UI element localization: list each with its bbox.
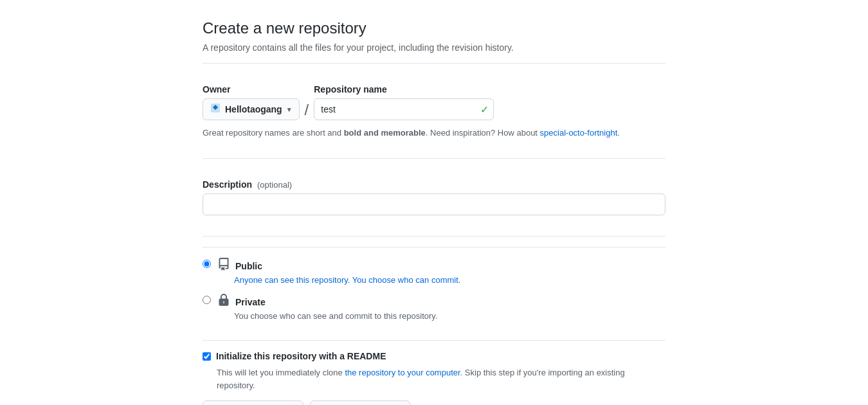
owner-avatar-icon	[210, 102, 221, 116]
description-optional-label: (optional)	[257, 180, 292, 190]
public-radio[interactable]	[203, 260, 211, 268]
page-title: Create a new repository	[203, 19, 665, 37]
private-repo-icon	[217, 294, 230, 310]
repo-name-input[interactable]	[314, 98, 494, 120]
owner-name: Hellotaogang	[225, 104, 282, 114]
public-label: Public	[235, 261, 262, 271]
private-radio-content: Private You choose who can see and commi…	[217, 294, 438, 321]
owner-label: Owner	[203, 84, 300, 94]
private-description: You choose who can see and commit to thi…	[234, 311, 438, 321]
check-icon: ✓	[480, 104, 489, 116]
public-option: Public Anyone can see this repository. Y…	[203, 258, 665, 285]
gitignore-dropdown[interactable]: Add .gitignore: None ▼	[203, 401, 303, 405]
public-radio-content: Public Anyone can see this repository. Y…	[217, 258, 460, 285]
init-checkbox-row: Initialize this repository with a README	[203, 351, 665, 361]
license-dropdown[interactable]: Add a license: None ▼	[310, 401, 410, 405]
section-divider-visibility	[203, 236, 665, 237]
repo-name-field-group: Repository name ✓	[314, 84, 494, 120]
suggestion-link[interactable]: special-octo-fortnight	[540, 128, 618, 138]
chevron-down-icon: ▼	[286, 106, 293, 113]
repo-name-wrapper: ✓	[314, 98, 494, 120]
init-description: This will let you immediately clone the …	[217, 366, 665, 392]
inspiration-text: Great repository names are short and bol…	[203, 128, 665, 138]
public-repo-icon	[217, 258, 230, 274]
init-readme-label[interactable]: Initialize this repository with a README	[216, 351, 386, 361]
section-divider-description	[203, 158, 665, 159]
description-label: Description (optional)	[203, 179, 665, 190]
owner-field-group: Owner Hellotaogang ▼	[203, 84, 300, 120]
init-section: Initialize this repository with a README…	[203, 340, 665, 405]
slash-separator: /	[305, 101, 309, 120]
dropdown-row: Add .gitignore: None ▼ Add a license: No…	[203, 401, 665, 405]
owner-repo-row: Owner Hellotaogang ▼ / Repository name	[203, 84, 665, 120]
owner-select-dropdown[interactable]: Hellotaogang ▼	[203, 98, 300, 120]
description-input[interactable]	[203, 194, 665, 215]
clone-link[interactable]: the repository to your computer	[345, 368, 460, 377]
page-subtitle: A repository contains all the files for …	[203, 42, 665, 53]
public-icon-label: Public	[217, 258, 460, 274]
init-readme-checkbox[interactable]	[203, 352, 211, 361]
private-radio[interactable]	[203, 296, 211, 304]
repo-name-label: Repository name	[314, 84, 494, 94]
description-section: Description (optional)	[203, 169, 665, 226]
public-description: Anyone can see this repository. You choo…	[234, 275, 460, 285]
section-divider-top	[203, 63, 665, 64]
page-container: Create a new repository A repository con…	[190, 0, 678, 405]
owner-repo-section: Owner Hellotaogang ▼ / Repository name	[203, 74, 665, 148]
private-icon-label: Private	[217, 294, 438, 310]
visibility-section: Public Anyone can see this repository. Y…	[203, 247, 665, 340]
private-label: Private	[235, 297, 266, 307]
private-option: Private You choose who can see and commi…	[203, 294, 665, 321]
